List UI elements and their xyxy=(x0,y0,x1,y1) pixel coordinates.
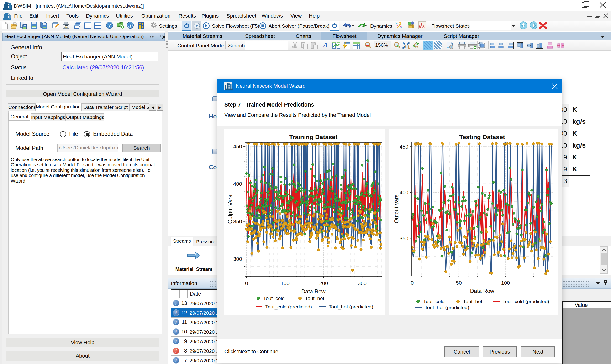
svg-text:Training Dataset: Training Dataset xyxy=(289,133,338,141)
svg-text:100: 100 xyxy=(501,280,510,286)
svg-text:Tout_hot: Tout_hot xyxy=(305,296,324,301)
svg-text:?: ? xyxy=(108,23,111,28)
svg-text:100: 100 xyxy=(281,280,290,286)
svg-text:Output Vars: Output Vars xyxy=(227,195,233,224)
svg-text:350: 350 xyxy=(400,235,408,241)
svg-text:Tout_hot (predicted): Tout_hot (predicted) xyxy=(329,304,373,310)
svg-text:400: 400 xyxy=(400,190,408,195)
svg-text:400: 400 xyxy=(233,181,242,187)
svg-text:450: 450 xyxy=(400,144,408,150)
svg-text:Output Vars: Output Vars xyxy=(393,194,400,223)
svg-text:Tout_hot (predicted): Tout_hot (predicted) xyxy=(425,305,469,310)
svg-text:0: 0 xyxy=(411,280,414,286)
svg-text:450: 450 xyxy=(233,143,242,149)
svg-text:350: 350 xyxy=(233,219,242,224)
svg-text:Tout_cold (predicted): Tout_cold (predicted) xyxy=(502,299,549,304)
svg-text:Tout_cold (predicted): Tout_cold (predicted) xyxy=(265,304,312,310)
svg-text:300: 300 xyxy=(233,256,242,262)
svg-text:Tout_cold: Tout_cold xyxy=(263,296,285,301)
svg-text:Data Row: Data Row xyxy=(470,288,494,294)
svg-text:i: i xyxy=(130,23,131,28)
svg-text:Testing Dataset: Testing Dataset xyxy=(459,133,505,141)
svg-text:300: 300 xyxy=(358,280,367,286)
svg-text:Tout_cold: Tout_cold xyxy=(423,299,445,304)
svg-text:200: 200 xyxy=(319,280,328,286)
svg-text:Tout_hot: Tout_hot xyxy=(463,299,482,304)
svg-text:Data Row: Data Row xyxy=(301,288,326,295)
svg-text:0: 0 xyxy=(245,280,248,286)
svg-text:50: 50 xyxy=(456,280,462,286)
